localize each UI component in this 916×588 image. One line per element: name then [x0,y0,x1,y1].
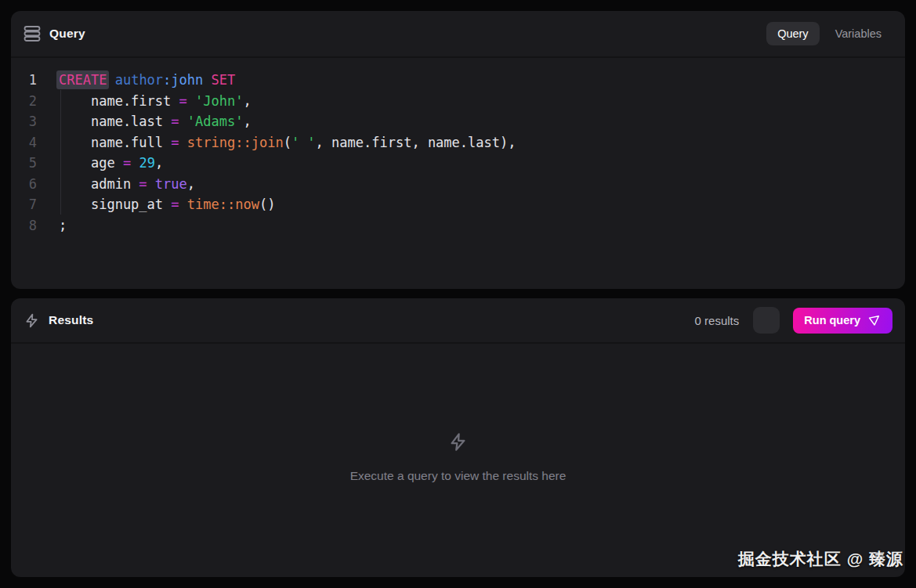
code-line: 1CREATE author:john SET [11,70,905,91]
empty-state-text: Execute a query to view the results here [350,469,567,483]
indent-guide [60,90,61,215]
tab-variables[interactable]: Variables [824,22,892,45]
bolt-icon [24,312,40,329]
query-editor[interactable]: 1CREATE author:john SET2 name.first = 'J… [11,58,905,236]
code-line: 3 name.last = 'Adams', [11,111,905,132]
watermark: 掘金技术社区 @ 臻源 [738,548,903,570]
results-panel: Results 0 results Run query [11,298,905,577]
results-panel-header: Results 0 results Run query [11,298,905,344]
code-lines: 1CREATE author:john SET2 name.first = 'J… [11,70,905,236]
run-query-label: Run query [804,314,860,326]
query-panel: Query Query Variables 1CREATE author:joh… [11,11,905,289]
code-line: 2 name.first = 'John', [11,91,905,112]
run-query-button[interactable]: Run query [793,308,892,334]
bolt-large-icon [447,431,469,456]
code-line: 7 signup_at = time::now() [11,194,905,215]
tab-query[interactable]: Query [766,22,820,45]
results-count: 0 results [695,314,740,327]
code-line: 5 age = 29, [11,153,905,174]
code-line: 8; [11,215,905,236]
run-send-icon [867,313,882,327]
query-panel-header: Query Query Variables [11,11,905,58]
query-panel-title: Query [49,27,85,41]
code-line: 6 admin = true, [11,174,905,195]
query-stack-icon [24,25,41,42]
results-panel-title: Results [49,313,93,327]
code-line: 4 name.full = string::join(' ', name.fir… [11,132,905,153]
results-view-mode-button[interactable] [753,307,780,334]
results-empty-state: Execute a query to view the results here [11,431,905,483]
